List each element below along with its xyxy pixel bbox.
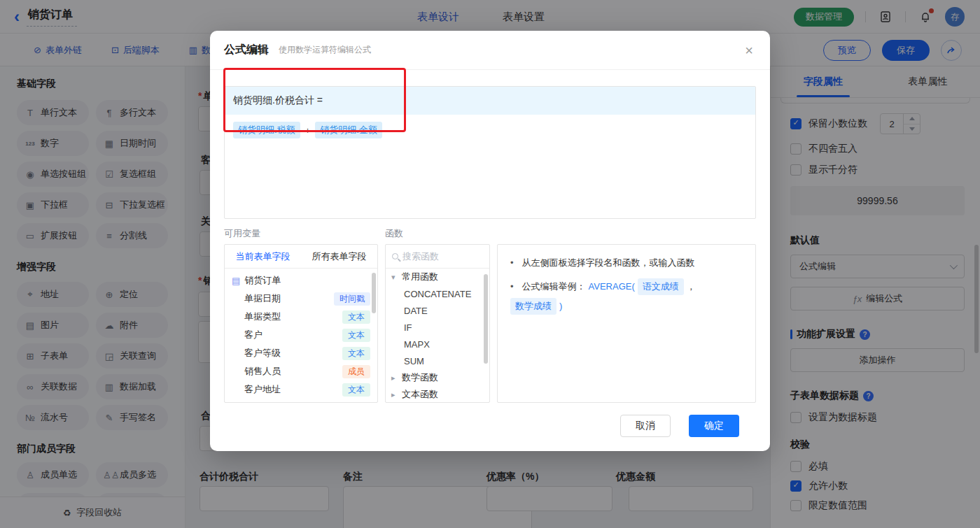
dialog-title: 公式编辑 [224, 43, 269, 57]
dialog-body: 销货明细.价税合计 = 销货明细.税额 + 销货明细.金额 可用变量 函数 当前… [210, 70, 770, 437]
root-label: 销货订单 [244, 274, 281, 287]
cancel-button[interactable]: 取消 [620, 415, 671, 437]
type-badge: 文本 [342, 311, 370, 324]
variable-row[interactable]: 单据类型文本 [225, 308, 377, 326]
function-search-input[interactable] [402, 251, 483, 262]
dialog-header: 公式编辑 使用数学运算符编辑公式 × [210, 31, 770, 70]
formula-token-amount[interactable]: 销货明细.金额 [315, 122, 382, 138]
variables-panel: 当前表单字段 所有表单字段 ▤ 销货订单 单据日期时间戳 单据类型文本 客户文本… [224, 244, 378, 403]
panel-labels: 可用变量 函数 [224, 227, 756, 240]
function-open: AVERAGE( [589, 279, 635, 294]
function-search [386, 245, 489, 269]
tab-all-form-fields[interactable]: 所有表单字段 [301, 245, 377, 268]
functions-scrollbar[interactable] [484, 274, 488, 364]
variables-scrollbar[interactable] [372, 273, 376, 313]
type-badge: 文本 [342, 383, 370, 397]
variables-label: 可用变量 [224, 227, 260, 240]
formula-target-line: 销货明细.价税合计 = [225, 87, 755, 115]
variable-row[interactable]: 客户地址文本 [225, 380, 377, 399]
chevron-down-icon: ▾ [391, 273, 398, 282]
variable-row[interactable]: 单据日期时间戳 [225, 290, 377, 308]
document-icon: ▤ [232, 276, 240, 286]
function-item[interactable]: MAPX [386, 336, 489, 352]
type-badge: 时间戳 [334, 292, 370, 306]
formula-edit-dialog: 公式编辑 使用数学运算符编辑公式 × 销货明细.价税合计 = 销货明细.税额 +… [210, 31, 770, 451]
example-label: 公式编辑举例： [522, 279, 586, 294]
function-close: ) [559, 299, 562, 314]
dialog-subtitle: 使用数学运算符编辑公式 [279, 44, 371, 56]
function-item[interactable]: DATE [386, 302, 489, 319]
variable-row[interactable]: 客户文本 [225, 326, 377, 344]
help-panel: 从左侧面板选择字段名和函数，或输入函数 公式编辑举例： AVERAGE( 语文成… [497, 244, 756, 403]
search-icon [392, 253, 398, 259]
close-icon[interactable]: × [745, 43, 753, 57]
variables-tabs: 当前表单字段 所有表单字段 [225, 245, 377, 269]
function-item[interactable]: SUM [386, 352, 489, 369]
type-badge: 文本 [342, 329, 370, 342]
variables-root-node[interactable]: ▤ 销货订单 [225, 271, 377, 290]
functions-panel: ▾常用函数 CONCATENATE DATE IF MAPX SUM ▸数学函数… [385, 244, 490, 403]
variable-row[interactable]: 客户等级文本 [225, 344, 377, 362]
dialog-footer: 取消 确定 [224, 415, 756, 437]
example-chip-2: 数学成绩 [510, 298, 556, 315]
type-badge: 成员 [342, 365, 370, 378]
app-root: ‹ 销货订单 表单设计 表单设置 数据管理 存 [0, 0, 980, 528]
function-group-common[interactable]: ▾常用函数 [386, 269, 489, 285]
plus-operator: + [305, 125, 311, 136]
type-badge: 文本 [342, 347, 370, 360]
confirm-button[interactable]: 确定 [689, 415, 739, 437]
chevron-right-icon: ▸ [391, 390, 398, 399]
formula-token-tax[interactable]: 销货明细.税额 [233, 122, 300, 138]
variable-row[interactable]: 销售人员成员 [225, 362, 377, 380]
formula-editor[interactable]: 销货明细.价税合计 = 销货明细.税额 + 销货明细.金额 [224, 86, 756, 219]
chevron-right-icon: ▸ [391, 373, 398, 383]
function-item[interactable]: IF [386, 319, 489, 336]
formula-expression: 销货明细.税额 + 销货明细.金额 [225, 115, 755, 145]
help-line-1: 从左侧面板选择字段名和函数，或输入函数 [510, 255, 743, 271]
example-chip-1: 语文成绩 [638, 278, 684, 295]
function-item[interactable]: CONCATENATE [386, 285, 489, 302]
help-line-2: 公式编辑举例： AVERAGE( 语文成绩 ， 数学成绩 ) [510, 278, 743, 315]
tab-current-form-fields[interactable]: 当前表单字段 [225, 245, 301, 268]
dialog-panels: 当前表单字段 所有表单字段 ▤ 销货订单 单据日期时间戳 单据类型文本 客户文本… [224, 244, 756, 403]
comma: ， [687, 279, 696, 294]
function-group-text[interactable]: ▸文本函数 [386, 386, 489, 403]
function-group-math[interactable]: ▸数学函数 [386, 369, 489, 386]
functions-label: 函数 [385, 227, 403, 240]
